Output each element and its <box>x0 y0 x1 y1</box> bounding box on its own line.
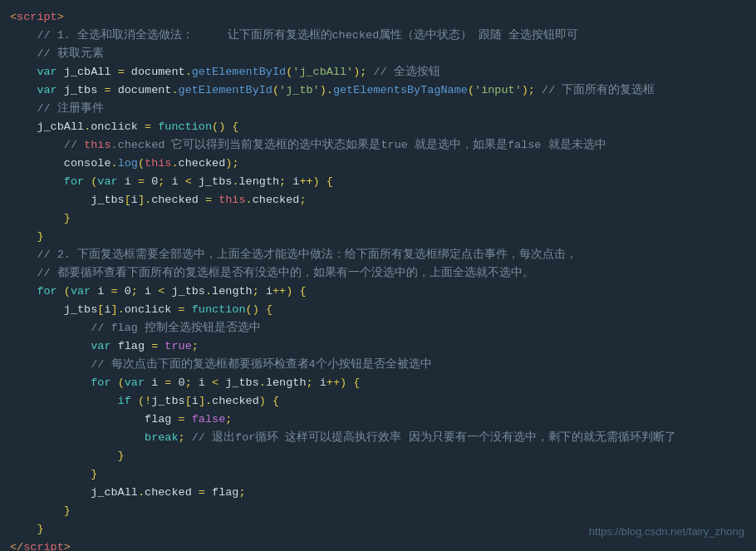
line-23: flag = false; <box>0 411 756 429</box>
line-9: console.log(this.checked); <box>0 155 756 173</box>
line-3: // 获取元素 <box>0 45 756 63</box>
line-7: j_cbAll.onclick = function() { <box>0 118 756 136</box>
line-24: break; // 退出for循环 这样可以提高执行效率 因为只要有一个没有选中… <box>0 429 756 447</box>
line-18: // flag 控制全选按钮是否选中 <box>0 319 756 337</box>
line-17: j_tbs[i].onclick = function() { <box>0 301 756 319</box>
line-28: } <box>0 502 756 520</box>
line-13: } <box>0 228 756 246</box>
line-10: for (var i = 0; i < j_tbs.length; i++) { <box>0 173 756 191</box>
line-15: // 都要循环查看下面所有的复选框是否有没选中的，如果有一个没选中的，上面全选就… <box>0 264 756 283</box>
watermark: https://blog.csdn.net/fairy_zhong <box>589 524 744 541</box>
line-5: var j_tbs = document.getElementById('j_t… <box>0 81 756 100</box>
line-19: var flag = true; <box>0 337 756 356</box>
line-14: // 2. 下面复选框需要全部选中，上面全选才能选中做法：给下面所有复选框绑定点… <box>0 246 756 264</box>
line-25: } <box>0 447 756 465</box>
line-2: // 1. 全选和取消全选做法： 让下面所有复选框的checked属性（选中状态… <box>0 27 756 45</box>
line-1: <script> <box>0 8 756 27</box>
line-6: // 注册事件 <box>0 100 756 118</box>
line-27: j_cbAll.checked = flag; <box>0 484 756 502</box>
line-8: // this.checked 它可以得到当前复选框的选中状态如果是true 就… <box>0 136 756 155</box>
line-20: // 每次点击下面的复选框都要循环检查者4个小按钮是否全被选中 <box>0 356 756 374</box>
line-12: } <box>0 209 756 228</box>
line-22: if (!j_tbs[i].checked) { <box>0 392 756 411</box>
line-21: for (var i = 0; i < j_tbs.length; i++) { <box>0 374 756 392</box>
line-16: for (var i = 0; i < j_tbs.length; i++) { <box>0 283 756 301</box>
code-editor: <script> // 1. 全选和取消全选做法： 让下面所有复选框的check… <box>0 0 756 551</box>
line-4: var j_cbAll = document.getElementById('j… <box>0 63 756 81</box>
line-26: } <box>0 465 756 484</box>
line-11: j_tbs[i].checked = this.checked; <box>0 191 756 209</box>
